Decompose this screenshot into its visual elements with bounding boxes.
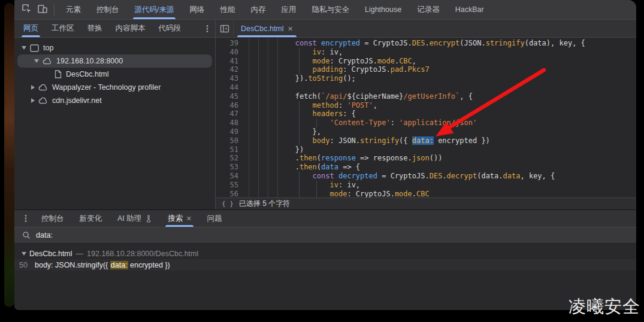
code-line-39[interactable]: 39 const encrypted = CryptoJS.DES.encryp… [216,39,636,48]
drawer-tabbar: 控制台新变化AI 助理搜索×问题 [14,210,636,227]
code-line-53[interactable]: 53 .then(data => { [216,163,636,172]
line-number[interactable]: 56 [216,190,243,198]
code-line-51[interactable]: 51 }) [216,145,636,154]
line-number[interactable]: 40 [216,48,243,57]
line-number[interactable]: 39 [216,39,243,48]
navigator-tab-strip: 网页工作区替换内容脚本代码段 [17,20,188,37]
code-line-47[interactable]: 47 headers: { [216,110,636,119]
indent-guide [299,101,300,145]
main-tab-性能[interactable]: 性能 [212,0,243,19]
line-number[interactable]: 47 [216,110,243,119]
code-line-46[interactable]: 46 method: 'POST', [216,101,636,110]
drawer-tab-搜索[interactable]: 搜索× [160,210,199,227]
navigator-tab-替换[interactable]: 替换 [81,20,109,37]
line-number[interactable]: 49 [216,127,243,136]
code-line-44[interactable]: 44 [216,83,636,92]
main-tab-应用[interactable]: 应用 [273,0,304,19]
device-toolbar-icon[interactable] [35,0,50,19]
tree-item-cdn.jsdelivr.net[interactable]: cdn.jsdelivr.net [14,94,215,107]
main-tab-元素[interactable]: 元素 [58,0,89,19]
chevron-right-icon[interactable] [31,98,35,103]
selection-status-text: 已选择 5 个字符 [239,199,290,209]
main-tab-控制台[interactable]: 控制台 [89,0,127,19]
line-number[interactable]: 51 [216,145,243,154]
result-file-name: DesCbc.html [29,250,72,258]
search-icon [22,231,31,239]
gutter-guide [258,38,259,198]
line-number[interactable]: 55 [216,181,243,190]
search-match-row[interactable]: 50 body: JSON.stringify({ data: encrypte… [14,259,636,271]
line-number[interactable]: 44 [216,83,243,92]
match-line-number: 50 [14,261,35,269]
gutter-guide [249,38,249,198]
line-number[interactable]: 43 [216,74,243,83]
code-line-54[interactable]: 54 const decrypted = CryptoJS.DES.decryp… [216,172,636,181]
line-number[interactable]: 52 [216,154,243,163]
close-icon[interactable]: × [186,214,191,223]
code-line-43[interactable]: 43 }).toString(); [216,74,636,83]
line-number[interactable]: 42 [216,65,243,74]
search-result-file-row[interactable]: DesCbc.html — 192.168.10.28:8000/DesCbc.… [14,248,636,259]
main-tab-隐私与安全[interactable]: 隐私与安全 [304,0,357,19]
chevron-down-icon[interactable] [34,59,39,63]
search-input[interactable]: data: [36,231,53,239]
more-options-icon[interactable] [199,20,215,37]
line-number[interactable]: 48 [216,119,243,127]
navigator-tab-代码段[interactable]: 代码段 [152,20,188,37]
line-number[interactable]: 54 [216,172,243,181]
line-number[interactable]: 53 [216,163,243,172]
line-number[interactable]: 50 [216,136,243,145]
code-line-45[interactable]: 45 fetch(`/api/${cipherName}/getUserInfo… [216,92,636,101]
drawer-tab-ai-助理[interactable]: AI 助理 [110,210,160,227]
result-file-path: 192.168.10.28:8000/DesCbc.html [87,250,198,258]
line-number[interactable]: 45 [216,92,243,101]
sources-panel: 网页工作区替换内容脚本代码段 top192.168.10.28:8000DesC… [14,20,636,209]
indent-guide [316,119,317,127]
main-tab-内存[interactable]: 内存 [243,0,273,19]
code-line-40[interactable]: 40 iv: iv, [216,48,636,57]
navigator-tab-工作区[interactable]: 工作区 [45,20,81,37]
code-line-55[interactable]: 55 iv: iv, [216,181,636,190]
tree-item-descbc.html[interactable]: DesCbc.html [14,68,215,81]
line-number[interactable]: 46 [216,101,243,110]
tree-item-192.168.10.28-8000[interactable]: 192.168.10.28:8000 [17,54,212,68]
code-line-50[interactable]: 50 body: JSON.stringify({ data: encrypte… [216,136,636,145]
main-tab-源代码-来源[interactable]: 源代码/来源 [127,0,182,19]
match-highlight: data: [110,261,128,269]
chevron-down-icon[interactable] [22,46,26,50]
tree-item-wappalyzer-technology-profiler[interactable]: Wappalyzer - Technology profiler [14,81,215,94]
tree-item-top[interactable]: top [14,41,215,54]
code-line-41[interactable]: 41 mode: CryptoJS.mode.CBC, [216,57,636,66]
drawer-tab-控制台[interactable]: 控制台 [34,210,72,227]
background-window-sliver [4,3,14,307]
main-tab-记录器[interactable]: 记录器 [409,0,448,19]
drawer-tab-问题[interactable]: 问题 [199,210,229,227]
main-tab-网络[interactable]: 网络 [182,0,212,19]
code-line-49[interactable]: 49 }, [216,127,636,136]
line-number[interactable]: 41 [216,57,243,66]
match-after: encrypted }) [128,261,170,269]
chevron-down-icon[interactable] [22,252,26,256]
code-line-56[interactable]: 56 mode: CryptoJS.mode.CBC [216,190,636,198]
inspect-element-icon[interactable] [19,0,35,19]
close-icon[interactable]: × [288,25,293,33]
cloud-icon [43,57,52,65]
gutter-guide [268,38,268,198]
source-code-view[interactable]: 39 const encrypted = CryptoJS.DES.encryp… [216,38,636,198]
main-tab-lighthouse[interactable]: Lighthouse [357,0,409,19]
search-toolbar[interactable]: data: [14,227,636,244]
drawer-tab-strip: 控制台新变化AI 助理搜索×问题 [34,210,229,227]
code-line-42[interactable]: 42 padding: CryptoJS.pad.Pkcs7 [216,65,636,74]
drawer-tab-新变化[interactable]: 新变化 [72,210,110,227]
devtools-main-toolbar: 元素控制台源代码/来源网络性能内存应用隐私与安全Lighthouse记录器Hac… [14,0,636,20]
navigator-tab-内容脚本[interactable]: 内容脚本 [109,20,152,37]
gutter-guide [277,38,278,198]
editor-tab-descbc[interactable]: DesCbc.html × [234,20,300,37]
code-line-52[interactable]: 52 .then(response => response.json()) [216,154,636,163]
navigator-tab-网页[interactable]: 网页 [17,20,45,37]
navigator-toggle-icon[interactable] [216,20,234,37]
main-tab-hackbar[interactable]: HackBar [448,0,492,19]
chevron-right-icon[interactable] [31,85,35,90]
drawer-menu-icon[interactable] [18,210,34,227]
code-line-48[interactable]: 48 'Content-Type': 'application/json' [216,119,636,127]
